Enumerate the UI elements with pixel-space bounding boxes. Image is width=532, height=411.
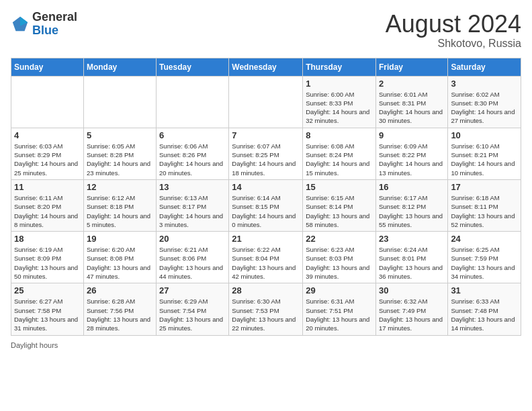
- day-number: 6: [159, 130, 226, 140]
- calendar-day-cell: 11Sunrise: 6:11 AMSunset: 8:20 PMDayligh…: [11, 179, 84, 231]
- calendar-day-cell: 7Sunrise: 6:07 AMSunset: 8:25 PMDaylight…: [229, 128, 303, 179]
- calendar-day-cell: 9Sunrise: 6:09 AMSunset: 8:22 PMDaylight…: [375, 128, 447, 179]
- day-number: 8: [306, 130, 373, 140]
- day-info: Sunrise: 6:29 AMSunset: 7:54 PMDaylight:…: [159, 297, 226, 332]
- day-number: 25: [14, 285, 81, 295]
- day-info: Sunrise: 6:11 AMSunset: 8:20 PMDaylight:…: [14, 193, 81, 229]
- day-info: Sunrise: 6:23 AMSunset: 8:03 PMDaylight:…: [306, 245, 373, 281]
- calendar-day-cell: 19Sunrise: 6:20 AMSunset: 8:08 PMDayligh…: [83, 232, 156, 283]
- calendar-day-cell: 10Sunrise: 6:10 AMSunset: 8:21 PMDayligh…: [448, 128, 521, 179]
- day-info: Sunrise: 6:03 AMSunset: 8:29 PMDaylight:…: [14, 142, 81, 177]
- calendar-day-cell: 15Sunrise: 6:15 AMSunset: 8:14 PMDayligh…: [303, 179, 376, 231]
- day-number: 19: [87, 234, 153, 244]
- legend: Daylight hours: [11, 341, 521, 349]
- day-number: 1: [306, 79, 373, 89]
- day-number: 4: [14, 130, 81, 140]
- day-number: 17: [451, 182, 518, 192]
- calendar-day-cell: [229, 76, 303, 128]
- logo: General Blue: [11, 11, 77, 38]
- day-number: 15: [306, 182, 373, 192]
- day-info: Sunrise: 6:07 AMSunset: 8:25 PMDaylight:…: [232, 142, 300, 177]
- day-info: Sunrise: 6:32 AMSunset: 7:49 PMDaylight:…: [379, 297, 445, 332]
- calendar-day-cell: 18Sunrise: 6:19 AMSunset: 8:09 PMDayligh…: [11, 232, 84, 283]
- calendar-table: SundayMondayTuesdayWednesdayThursdayFrid…: [11, 58, 521, 336]
- day-number: 10: [451, 130, 518, 140]
- day-number: 16: [379, 182, 445, 192]
- day-of-week-header: Wednesday: [229, 58, 303, 76]
- day-number: 22: [306, 234, 373, 244]
- calendar-week-row: 1Sunrise: 6:00 AMSunset: 8:33 PMDaylight…: [11, 76, 521, 128]
- calendar-day-cell: 1Sunrise: 6:00 AMSunset: 8:33 PMDaylight…: [303, 76, 376, 128]
- calendar-week-row: 25Sunrise: 6:27 AMSunset: 7:58 PMDayligh…: [11, 283, 521, 335]
- calendar-day-cell: 16Sunrise: 6:17 AMSunset: 8:12 PMDayligh…: [375, 179, 447, 231]
- logo-icon: [11, 15, 30, 34]
- day-of-week-header: Friday: [375, 58, 447, 76]
- day-of-week-header: Saturday: [448, 58, 521, 76]
- day-of-week-header: Sunday: [11, 58, 84, 76]
- day-number: 26: [87, 285, 153, 295]
- title-block: August 2024 Shkotovo, Russia: [386, 11, 521, 50]
- calendar-day-cell: 23Sunrise: 6:24 AMSunset: 8:01 PMDayligh…: [375, 232, 447, 283]
- day-info: Sunrise: 6:28 AMSunset: 7:56 PMDaylight:…: [87, 297, 153, 332]
- calendar-day-cell: 26Sunrise: 6:28 AMSunset: 7:56 PMDayligh…: [83, 283, 156, 335]
- calendar-day-cell: 13Sunrise: 6:13 AMSunset: 8:17 PMDayligh…: [157, 179, 229, 231]
- calendar-day-cell: [157, 76, 229, 128]
- calendar-day-cell: 6Sunrise: 6:06 AMSunset: 8:26 PMDaylight…: [157, 128, 229, 179]
- calendar-day-cell: [83, 76, 156, 128]
- logo-blue-text: Blue: [32, 24, 58, 37]
- day-number: 7: [232, 130, 300, 140]
- day-of-week-header: Monday: [83, 58, 156, 76]
- calendar-day-cell: 3Sunrise: 6:02 AMSunset: 8:30 PMDaylight…: [448, 76, 521, 128]
- calendar-day-cell: 24Sunrise: 6:25 AMSunset: 7:59 PMDayligh…: [448, 232, 521, 283]
- day-number: 13: [159, 182, 226, 192]
- day-info: Sunrise: 6:12 AMSunset: 8:18 PMDaylight:…: [87, 193, 153, 229]
- day-info: Sunrise: 6:17 AMSunset: 8:12 PMDaylight:…: [379, 193, 445, 229]
- calendar-day-cell: 21Sunrise: 6:22 AMSunset: 8:04 PMDayligh…: [229, 232, 303, 283]
- day-number: 20: [159, 234, 226, 244]
- day-info: Sunrise: 6:19 AMSunset: 8:09 PMDaylight:…: [14, 245, 81, 281]
- day-number: 28: [232, 285, 300, 295]
- day-number: 9: [379, 130, 445, 140]
- day-number: 2: [379, 79, 445, 89]
- calendar-day-cell: 12Sunrise: 6:12 AMSunset: 8:18 PMDayligh…: [83, 179, 156, 231]
- day-number: 27: [159, 285, 226, 295]
- day-info: Sunrise: 6:05 AMSunset: 8:28 PMDaylight:…: [87, 142, 153, 177]
- day-info: Sunrise: 6:00 AMSunset: 8:33 PMDaylight:…: [306, 90, 373, 126]
- day-info: Sunrise: 6:06 AMSunset: 8:26 PMDaylight:…: [159, 142, 226, 177]
- calendar-day-cell: [11, 76, 84, 128]
- day-info: Sunrise: 6:08 AMSunset: 8:24 PMDaylight:…: [306, 142, 373, 177]
- month-year-title: August 2024: [386, 11, 521, 38]
- calendar-day-cell: 17Sunrise: 6:18 AMSunset: 8:11 PMDayligh…: [448, 179, 521, 231]
- calendar-day-cell: 8Sunrise: 6:08 AMSunset: 8:24 PMDaylight…: [303, 128, 376, 179]
- day-info: Sunrise: 6:24 AMSunset: 8:01 PMDaylight:…: [379, 245, 445, 281]
- day-info: Sunrise: 6:13 AMSunset: 8:17 PMDaylight:…: [159, 193, 226, 229]
- calendar-day-cell: 28Sunrise: 6:30 AMSunset: 7:53 PMDayligh…: [229, 283, 303, 335]
- day-number: 21: [232, 234, 300, 244]
- calendar-day-cell: 31Sunrise: 6:33 AMSunset: 7:48 PMDayligh…: [448, 283, 521, 335]
- logo-general-text: General: [32, 10, 77, 24]
- calendar-week-row: 4Sunrise: 6:03 AMSunset: 8:29 PMDaylight…: [11, 128, 521, 179]
- day-info: Sunrise: 6:21 AMSunset: 8:06 PMDaylight:…: [159, 245, 226, 281]
- calendar-day-cell: 4Sunrise: 6:03 AMSunset: 8:29 PMDaylight…: [11, 128, 84, 179]
- calendar-day-cell: 29Sunrise: 6:31 AMSunset: 7:51 PMDayligh…: [303, 283, 376, 335]
- day-number: 29: [306, 285, 373, 295]
- day-info: Sunrise: 6:15 AMSunset: 8:14 PMDaylight:…: [306, 193, 373, 229]
- day-number: 3: [451, 79, 518, 89]
- logo-text: General Blue: [32, 11, 77, 38]
- calendar-day-cell: 27Sunrise: 6:29 AMSunset: 7:54 PMDayligh…: [157, 283, 229, 335]
- day-number: 24: [451, 234, 518, 244]
- calendar-header-row: SundayMondayTuesdayWednesdayThursdayFrid…: [11, 58, 521, 76]
- day-number: 14: [232, 182, 300, 192]
- calendar-day-cell: 5Sunrise: 6:05 AMSunset: 8:28 PMDaylight…: [83, 128, 156, 179]
- day-info: Sunrise: 6:14 AMSunset: 8:15 PMDaylight:…: [232, 193, 300, 229]
- day-info: Sunrise: 6:30 AMSunset: 7:53 PMDaylight:…: [232, 297, 300, 332]
- day-number: 23: [379, 234, 445, 244]
- day-info: Sunrise: 6:10 AMSunset: 8:21 PMDaylight:…: [451, 142, 518, 177]
- day-info: Sunrise: 6:01 AMSunset: 8:31 PMDaylight:…: [379, 90, 445, 126]
- day-number: 18: [14, 234, 81, 244]
- daylight-hours-label: Daylight hours: [11, 341, 58, 349]
- day-number: 12: [87, 182, 153, 192]
- day-info: Sunrise: 6:20 AMSunset: 8:08 PMDaylight:…: [87, 245, 153, 281]
- day-info: Sunrise: 6:25 AMSunset: 7:59 PMDaylight:…: [451, 245, 518, 281]
- calendar-day-cell: 22Sunrise: 6:23 AMSunset: 8:03 PMDayligh…: [303, 232, 376, 283]
